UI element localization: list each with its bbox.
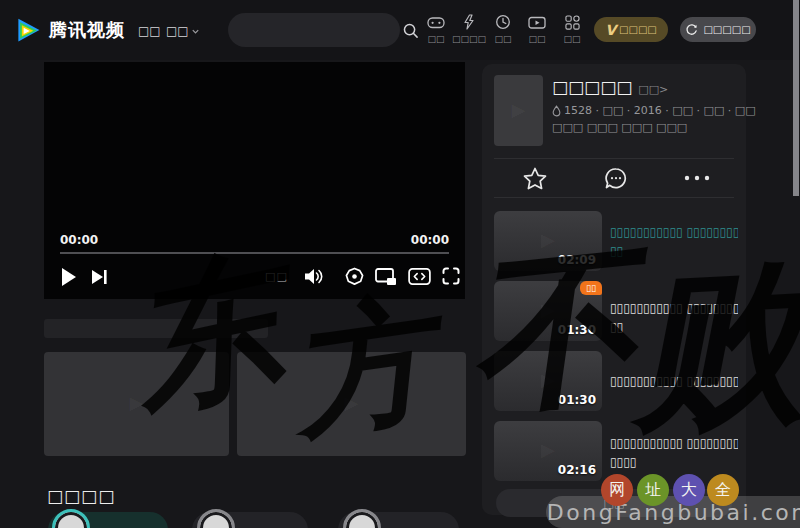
tencent-video-page: 腾讯视频 □□ □□ [0, 0, 800, 528]
episode-duration: 01:30 [558, 323, 596, 337]
favorite-star-icon[interactable] [522, 165, 548, 191]
vip-button-label: □□□□ [619, 24, 657, 35]
divider [494, 158, 734, 159]
comment-bubble-icon[interactable] [603, 165, 629, 191]
video-info-panel: □□□□□□□> 1528 · □□ · 2016 · □□ · □□ · □□… [482, 64, 746, 515]
episode-duration: 01:30 [558, 393, 596, 407]
chevron-down-icon [191, 27, 200, 36]
video-poster[interactable] [494, 75, 543, 146]
nav-item-channels[interactable]: □□ [166, 24, 200, 38]
video-actors: □□□ □□□ □□□ □□□ [552, 121, 687, 134]
content-placeholder-right [237, 352, 466, 456]
nav-item-channels-label: □□ [166, 24, 189, 38]
video-player[interactable]: 00:00 00:00 □□ [44, 62, 465, 299]
web-fullscreen-icon[interactable] [407, 267, 431, 285]
episode-thumbnail[interactable]: 02:16 [494, 421, 602, 481]
divider [494, 197, 734, 198]
fullscreen-icon[interactable] [441, 266, 460, 285]
current-time: 00:00 [60, 233, 98, 247]
quality-selector[interactable]: □□ [265, 270, 288, 283]
video-title-text: □□□□□ [552, 77, 632, 97]
episode-thumbnail[interactable]: ▯▯ 01:30 [494, 281, 602, 341]
search-input[interactable] [228, 13, 402, 47]
recommend-section-title: □□□□ [47, 486, 115, 506]
vip-button[interactable]: V □□□□ [594, 17, 668, 42]
progress-bar[interactable] [60, 252, 449, 254]
content-placeholder-left [44, 352, 229, 456]
total-time: 00:00 [411, 233, 449, 247]
trailer-badge: ▯▯ [580, 281, 602, 295]
title-skeleton-bar [44, 319, 268, 338]
heat-drop-icon [552, 105, 561, 117]
episode-thumbnail[interactable]: 01:30 [494, 351, 602, 411]
episode-title-line2: ▯▯ [610, 242, 738, 261]
quick-link-more-apps-label: □□ [550, 34, 594, 44]
scrollbar-thumb[interactable] [793, 0, 799, 196]
episode-item-4[interactable]: 02:16 ▯▯▯▯▯▯▯▯▯▯▯ ▯▯▯▯▯▯▯▯ ▯▯▯▯ [482, 421, 746, 481]
video-meta: 1528 · □□ · 2016 · □□ · □□ · □□ [552, 104, 756, 117]
quick-link-more-apps[interactable]: □□ [550, 13, 594, 44]
nav-item-home[interactable]: □□ [138, 24, 161, 38]
episode-title[interactable]: ▯▯▯▯▯▯▯▯▯▯▯ ▯▯▯▯▯▯▯▯ ▯▯▯▯ [610, 434, 738, 472]
mini-player-icon[interactable] [374, 267, 397, 286]
video-title: □□□□□□□> [552, 77, 668, 97]
more-options-icon[interactable] [684, 165, 710, 191]
video-meta-text: 1528 · □□ · 2016 · □□ · □□ · □□ [564, 104, 756, 117]
detail-link[interactable]: □□> [638, 83, 668, 96]
episode-title[interactable]: ▯▯▯▯▯▯▯▯▯▯▯ ▯▯▯▯▯▯▯▯ ▯▯ [610, 299, 738, 337]
grid-icon [550, 13, 594, 31]
episode-title-line1: ▯▯▯▯▯▯▯▯▯▯▯ ▯▯▯▯▯▯▯▯ [610, 223, 738, 242]
episode-title[interactable]: ▯▯▯▯▯▯▯▯▯▯▯ ▯▯▯▯▯▯▯▯ [610, 372, 738, 391]
episode-item-2[interactable]: ▯▯ 01:30 ▯▯▯▯▯▯▯▯▯▯▯ ▯▯▯▯▯▯▯▯ ▯▯ [482, 281, 746, 341]
vip-v-mark: V [605, 22, 616, 38]
view-more-button[interactable]: □□ [496, 489, 732, 517]
logo[interactable]: 腾讯视频 [14, 16, 125, 44]
next-episode-button[interactable] [90, 267, 108, 287]
top-navigation-bar: 腾讯视频 □□ □□ [0, 0, 800, 60]
logo-play-icon [14, 16, 42, 44]
nav-item-home-label: □□ [138, 24, 161, 38]
download-client-label: □□□□□ [703, 24, 750, 35]
episode-duration: 02:09 [558, 253, 596, 267]
episode-title-line1: ▯▯▯▯▯▯▯▯▯▯▯ ▯▯▯▯▯▯▯▯ [610, 299, 738, 318]
episode-item-3[interactable]: 01:30 ▯▯▯▯▯▯▯▯▯▯▯ ▯▯▯▯▯▯▯▯ [482, 351, 746, 411]
danmaku-settings-icon[interactable] [344, 266, 364, 286]
episode-thumbnail[interactable]: 02:09 [494, 211, 602, 271]
episode-duration: 02:16 [558, 463, 596, 477]
logo-text: 腾讯视频 [49, 18, 125, 42]
episode-item-1[interactable]: 02:09 ▯▯▯▯▯▯▯▯▯▯▯ ▯▯▯▯▯▯▯▯ ▯▯ [482, 211, 746, 271]
episode-title-line1: ▯▯▯▯▯▯▯▯▯▯▯ ▯▯▯▯▯▯▯▯ [610, 434, 738, 453]
download-client-button[interactable]: □□□□□ [680, 17, 756, 42]
episode-title-line1: ▯▯▯▯▯▯▯▯▯▯▯ ▯▯▯▯▯▯▯▯ [610, 372, 738, 391]
play-button[interactable] [60, 266, 78, 288]
episode-title[interactable]: ▯▯▯▯▯▯▯▯▯▯▯ ▯▯▯▯▯▯▯▯ ▯▯ [610, 223, 738, 261]
episode-title-line2: ▯▯▯▯ [610, 453, 738, 472]
refresh-arrow-icon [685, 23, 698, 36]
episode-title-line2: ▯▯ [610, 318, 738, 337]
search-bar[interactable] [228, 13, 400, 47]
volume-icon[interactable] [303, 265, 325, 287]
